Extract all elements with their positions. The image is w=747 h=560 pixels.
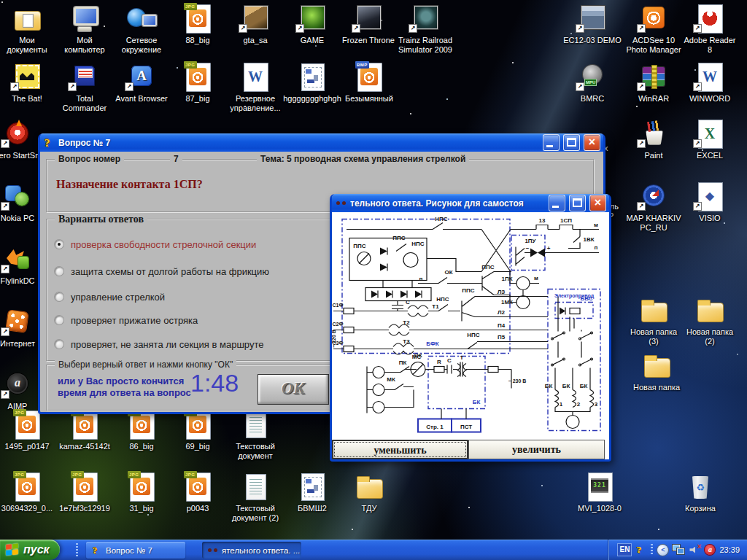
desktop-icon-88-big[interactable]: JPG88_big — [169, 4, 227, 45]
schematic-label: БК — [562, 383, 570, 389]
desktop-icon-my-documents[interactable]: Мои документы — [0, 4, 56, 55]
schematic-label: БФК — [426, 341, 438, 347]
maximize-button[interactable] — [563, 134, 580, 151]
bmp-file-icon: BMP — [352, 63, 386, 92]
close-button[interactable] — [589, 195, 606, 211]
folder-icon — [693, 296, 727, 325]
desktop-icon-recycle-bin[interactable]: Корзина — [671, 472, 729, 513]
shortcut-arrow-icon — [1, 391, 9, 398]
desktop-icon-paint[interactable]: Paint — [624, 120, 683, 160]
taskbar-button-quiz[interactable]: Вопрос № 7 — [86, 542, 185, 559]
close-button[interactable] — [584, 134, 600, 151]
ok-button[interactable]: ОК — [258, 374, 329, 405]
diagram-titlebar[interactable]: тельного ответа. Рисунок для самостоя — [332, 194, 609, 212]
muted-sound-icon[interactable] — [689, 545, 700, 555]
schematic-label: 2 — [577, 401, 581, 408]
schematic-label: ОК — [444, 269, 452, 276]
jpg-badge: JPG — [184, 3, 197, 10]
desktop-icon-rezervnoe[interactable]: Резервное управление... — [226, 63, 285, 113]
diagram-window-title: тельного ответа. Рисунок для самостоя — [350, 198, 545, 209]
desktop-icon-86-big[interactable]: JPG86_big — [112, 411, 171, 451]
desktop-icon-excel[interactable]: EXCEL — [681, 120, 739, 160]
hide-icons-chevron[interactable] — [657, 545, 668, 556]
desktop-icon-winword[interactable]: WINWORD — [681, 63, 739, 104]
desktop-icon-acdsee[interactable]: ACDSee 10 Photo Manager — [624, 4, 683, 55]
desktop-icon-ec12-demo[interactable]: EC12-03 DEMO — [563, 4, 622, 45]
zoom-out-button[interactable]: уменьшить — [332, 440, 468, 459]
schematic-label: 1ВК — [583, 236, 594, 243]
shortcut-arrow-icon — [1, 328, 9, 335]
system-tray: EN 23:39 — [608, 540, 747, 560]
schematic-label: Т1 — [432, 303, 439, 310]
radio-selected[interactable] — [55, 240, 63, 249]
minimize-button[interactable] — [549, 195, 565, 211]
question-tray-icon[interactable] — [637, 545, 646, 555]
desktop-icon-adobe-reader[interactable]: Adobe Reader 8 — [681, 4, 739, 55]
schematic-label: БВС — [581, 295, 593, 302]
desktop-icon-winrar[interactable]: WinRAR — [624, 63, 683, 104]
schematic-label: м — [534, 275, 538, 281]
desktop-icon-1e7bf[interactable]: JPG1e7bf3c12919 — [55, 472, 114, 513]
jpg-file-icon: JPG — [181, 411, 214, 440]
aimp-tray-icon[interactable] — [705, 545, 715, 555]
jpg-file-icon: JPG — [125, 411, 158, 440]
desktop-icon-trainz[interactable]: Trainz Railroad Simulator 2009 — [396, 4, 454, 55]
schematic-label: − — [526, 245, 530, 252]
desktop-icon-69-big[interactable]: JPG69_big — [169, 411, 227, 451]
desktop-icon-my-computer[interactable]: Мой компьютер — [55, 4, 114, 55]
diagram-app-icon — [208, 546, 218, 555]
desktop-icon-the-bat[interactable]: The Bat! — [0, 63, 56, 104]
desktop-icon-30694329[interactable]: JPG30694329_0... — [0, 472, 56, 513]
schematic-label: Т — [460, 354, 464, 361]
taskbar-button-diagram[interactable]: ятельного ответа. ... — [202, 542, 301, 559]
radio-unselected[interactable] — [55, 292, 63, 301]
taskbar-clock[interactable]: 23:39 — [719, 545, 740, 554]
desktop-icon-tdu[interactable]: ТДУ — [340, 472, 398, 513]
schematic-label: БК — [473, 399, 481, 405]
desktop-icon-network-places[interactable]: Сетевое окружение — [112, 4, 171, 55]
desktop-icon-total-commander[interactable]: Total Commander — [55, 63, 114, 113]
desktop-icon-game[interactable]: GAME — [283, 4, 341, 45]
schematic-label: м — [594, 222, 598, 228]
quiz-titlebar[interactable]: Вопрос № 7 — [40, 133, 603, 152]
start-button[interactable]: пуск — [0, 540, 60, 560]
desktop-icon-text-doc-2[interactable]: Текстовый документ (2) — [226, 472, 285, 523]
shortcut-arrow-icon — [638, 140, 645, 147]
shortcut-arrow-icon — [694, 25, 701, 32]
desktop-icon-gta-sa[interactable]: gta_sa — [226, 4, 285, 45]
desktop-icon-31-big[interactable]: JPG31_big — [112, 472, 171, 513]
desktop-icon-p0043[interactable]: JPGp0043 — [169, 472, 227, 513]
radio-unselected[interactable] — [55, 340, 63, 349]
desktop-icon-bmrc[interactable]: BMRC — [563, 63, 622, 104]
maximize-button[interactable] — [569, 195, 586, 211]
desktop-icon-visio[interactable]: VISIO — [681, 182, 739, 223]
desktop-icon-kamaz[interactable]: JPGkamaz-45142t — [55, 411, 114, 451]
radio-unselected[interactable] — [55, 316, 63, 324]
desktop-icon-87-big[interactable]: JPG87_big — [169, 63, 227, 104]
desktop-icon-frozen-throne[interactable]: Frozen Throne — [339, 4, 398, 45]
schematic-label: ППС — [353, 243, 366, 249]
shortcut-arrow-icon — [352, 25, 360, 32]
starfield — [1, 1, 3, 3]
desktop-icon-map-kharkiv[interactable]: MAP KHARKIV PC_RU — [624, 182, 683, 233]
desktop-icon-avant-browser[interactable]: Avant Browser — [112, 63, 171, 104]
zoom-in-button[interactable]: увеличить — [468, 440, 605, 459]
desktop-icon-mvi-1028[interactable]: MVI_1028-0 — [570, 472, 629, 513]
schematic-label: БК — [545, 383, 553, 389]
desktop-icon-text-doc[interactable]: Текстовый документ — [226, 411, 285, 461]
desktop-icon-hgggg[interactable]: hggggggghghgh — [283, 63, 341, 104]
desktop-icon-1495-p0147[interactable]: JPG1495_p0147 — [0, 411, 56, 451]
desktop-icon-new-folder-2[interactable]: Новая папка (2) — [681, 296, 739, 346]
minimize-button[interactable] — [543, 134, 560, 151]
desktop-icon-bezymyannyj[interactable]: BMPБезымянный — [340, 63, 398, 104]
desktop-icon-new-folder-3[interactable]: Новая папка (3) — [624, 296, 683, 346]
schematic-label: 3 — [595, 401, 598, 408]
language-indicator[interactable]: EN — [617, 543, 632, 556]
radio-unselected[interactable] — [55, 267, 63, 276]
schematic-label: МК — [387, 376, 395, 383]
quicklaunch-separator[interactable] — [76, 543, 78, 556]
desktop-icon-new-folder[interactable]: Новая папка — [627, 351, 686, 392]
jpg-badge: JPG — [184, 61, 197, 69]
desktop-icon-bvmsh2[interactable]: БВМШ2 — [283, 472, 341, 513]
network-tray-icon[interactable] — [673, 545, 685, 555]
